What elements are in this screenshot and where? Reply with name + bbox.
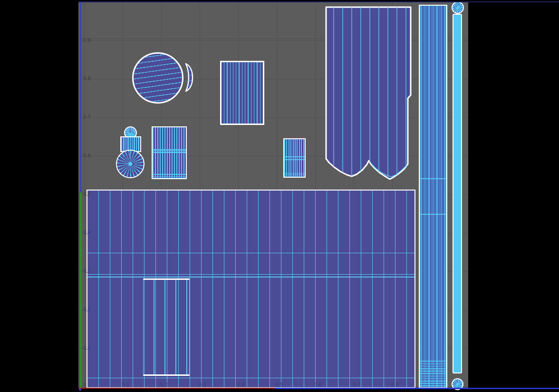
wire-hline: [87, 378, 414, 379]
uv-island-radial-circle[interactable]: [116, 150, 145, 178]
uv-editor-window: 0.9 0.8 0.7 0.6 0.5 0.4 0.3 0.2 0.1 0 0.…: [0, 0, 559, 392]
left-axis-tick: 0.8: [83, 76, 91, 82]
bottom-axis-tick: 0.5: [276, 382, 283, 388]
wire-hline: [420, 178, 446, 179]
wire-hline: [284, 156, 305, 157]
left-axis-tick: 0.2: [83, 306, 91, 313]
u-axis-line-red: [78, 388, 275, 389]
bottom-axis-tick: 0.3: [199, 382, 206, 388]
bottom-axis-tick: 0.2: [160, 382, 168, 388]
v-axis-line-upper: [80, 2, 81, 192]
uv-island-small-striped-rect-2[interactable]: [283, 138, 306, 178]
left-axis-tick: 0.3: [83, 268, 91, 275]
uv-island-mid-striped-rect[interactable]: [152, 126, 187, 179]
wire-hline: [284, 159, 305, 160]
uv-island-body-unwrap[interactable]: [87, 190, 415, 388]
uv-island-inner-panel[interactable]: [143, 278, 190, 376]
bottom-axis-tick: 0.6: [314, 382, 322, 388]
bottom-axis-tick: 0.8: [391, 382, 399, 388]
wire-hline: [420, 214, 446, 215]
left-axis-tick: 0.6: [83, 153, 91, 159]
bottom-axis-tick: 0.7: [353, 382, 360, 388]
uv-island-label-rect[interactable]: [220, 61, 264, 125]
wire-hline: [87, 277, 414, 277]
wire-hatch-band: [420, 360, 446, 386]
canvas-top-border-line: [78, 1, 559, 2]
wire-hline: [153, 152, 186, 153]
uv-island-upper-body[interactable]: [326, 7, 411, 181]
left-axis-tick: 0.7: [83, 114, 91, 121]
uv-island-sphere-cap[interactable]: [132, 52, 183, 104]
wire-hline: [87, 253, 414, 254]
left-axis-tick: 0.1: [83, 345, 91, 352]
bottom-axis-tick: 0.4: [237, 382, 245, 388]
uv-island-tall-strip[interactable]: [419, 5, 447, 388]
left-axis-tick: 0.5: [83, 191, 91, 198]
bottom-axis-tick: 0: [83, 382, 86, 388]
v-axis-line-lower: [80, 192, 81, 388]
wire-hatch-band: [284, 172, 305, 176]
left-axis-tick: 0.4: [83, 229, 91, 236]
uv-island-circle-top-right[interactable]: [452, 1, 464, 14]
uv-island-cyan-bar[interactable]: [453, 14, 462, 373]
origin-marker: [79, 389, 81, 391]
left-axis-tick: 0.9: [83, 37, 91, 44]
bottom-axis-tick: 0.1: [122, 382, 129, 388]
wire-hline: [87, 274, 414, 275]
wire-hline: [153, 149, 186, 151]
wire-hline: [153, 174, 186, 175]
wire-hatch-band: [153, 176, 186, 178]
